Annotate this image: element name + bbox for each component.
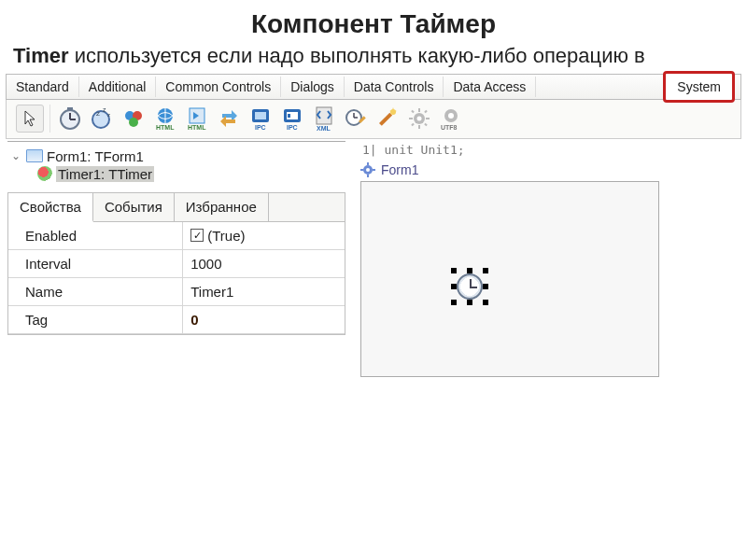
svg-rect-34: [418, 108, 420, 112]
svg-rect-49: [360, 169, 363, 171]
prop-name: Enabled: [8, 222, 183, 249]
utf8-icon[interactable]: UTF8: [437, 105, 465, 133]
palette-tab-system[interactable]: System: [663, 71, 735, 103]
tree-node-timer[interactable]: Timer1: TTimer: [11, 165, 342, 183]
svg-rect-39: [424, 123, 428, 127]
form-caption-text: Form1: [381, 162, 418, 177]
form-designer[interactable]: [360, 181, 659, 377]
timer-component[interactable]: [455, 272, 485, 301]
tree-node-form[interactable]: ⌄ Form1: TForm1: [11, 147, 342, 165]
svg-rect-50: [373, 169, 375, 171]
property-row[interactable]: Name Timer1: [8, 278, 345, 306]
tab-properties[interactable]: Свойства: [8, 193, 93, 222]
resize-handle[interactable]: [483, 268, 488, 273]
property-grid: Enabled (True) Interval 1000 Name Timer1…: [7, 222, 345, 335]
gear-icon[interactable]: [405, 105, 433, 133]
html-icon[interactable]: HTML: [151, 105, 179, 133]
svg-point-10: [129, 118, 138, 127]
ipc-icon[interactable]: IPC: [247, 105, 275, 133]
form-designer-caption: Form1: [355, 159, 747, 181]
resize-handle[interactable]: [451, 300, 457, 305]
svg-rect-41: [411, 123, 415, 127]
component-palette: Standard Additional Common Controls Dial…: [6, 74, 741, 100]
slide-description: Timer используется если надо выполнять к…: [0, 43, 747, 74]
svg-rect-37: [426, 118, 430, 119]
svg-rect-36: [409, 118, 413, 119]
timer-icon[interactable]: [56, 105, 84, 133]
svg-text:IPC: IPC: [287, 124, 298, 131]
prop-name: Name: [8, 278, 183, 305]
clock-icon: [457, 273, 483, 300]
palette-tab-data-access[interactable]: Data Access: [444, 77, 536, 97]
tab-favorites[interactable]: Избранное: [175, 193, 269, 221]
object-inspector-tabs: Свойства События Избранное: [7, 192, 345, 222]
prop-name: Tag: [8, 306, 183, 333]
svg-rect-48: [367, 175, 369, 177]
property-row[interactable]: Interval 1000: [8, 250, 345, 278]
svg-rect-30: [379, 113, 392, 126]
resize-handle[interactable]: [467, 268, 472, 273]
idle-timer-icon[interactable]: zzz: [88, 105, 116, 133]
svg-rect-3: [67, 107, 73, 110]
desc-term: Timer: [13, 44, 69, 67]
svg-text:UTF8: UTF8: [441, 124, 458, 131]
checkbox-icon[interactable]: [190, 229, 204, 242]
desc-rest: используется если надо выполнять какую-л…: [69, 44, 645, 67]
collapse-icon[interactable]: ⌄: [11, 149, 21, 162]
svg-rect-38: [411, 110, 415, 114]
palette-tab-data-controls[interactable]: Data Controls: [345, 77, 444, 97]
resize-handle[interactable]: [451, 268, 457, 273]
component-icon: [37, 166, 52, 181]
svg-text:z: z: [103, 106, 106, 113]
svg-rect-40: [424, 110, 428, 114]
svg-text:z: z: [96, 109, 100, 118]
palette-tab-additional[interactable]: Additional: [79, 77, 157, 97]
form-icon: [26, 149, 43, 162]
resize-handle[interactable]: [467, 300, 472, 305]
palette-tab-dialogs[interactable]: Dialogs: [281, 77, 345, 97]
svg-text:XML: XML: [317, 125, 331, 132]
svg-point-43: [448, 113, 454, 119]
property-row[interactable]: Tag 0: [8, 306, 345, 334]
svg-rect-18: [255, 112, 266, 119]
separator: [49, 105, 50, 133]
component-toolbar: zzz HTML HTML IPC IPC XML UTF8: [6, 100, 741, 139]
slide-title: Компонент Таймер: [0, 9, 747, 39]
prop-value[interactable]: (True): [183, 222, 345, 249]
prop-name: Interval: [8, 250, 183, 277]
component-tree: ⌄ Form1: TForm1 Timer1: TTimer: [7, 141, 345, 192]
wand-icon[interactable]: [374, 105, 402, 133]
resize-handle[interactable]: [451, 284, 457, 289]
form-gear-icon: [360, 162, 375, 177]
convert-icon[interactable]: [215, 105, 243, 133]
prop-value[interactable]: 1000: [183, 250, 345, 277]
htmlalt-icon[interactable]: HTML: [183, 105, 211, 133]
cursor-icon[interactable]: [16, 105, 44, 133]
svg-text:IPC: IPC: [255, 124, 266, 131]
tab-events[interactable]: События: [93, 193, 175, 221]
prop-value[interactable]: Timer1: [183, 278, 345, 305]
svg-point-33: [417, 117, 422, 121]
resize-handle[interactable]: [483, 300, 488, 305]
tree-label: Form1: TForm1: [47, 148, 144, 164]
svg-rect-35: [418, 125, 420, 129]
svg-text:HTML: HTML: [188, 124, 206, 131]
svg-text:HTML: HTML: [156, 124, 175, 131]
svg-rect-47: [367, 162, 369, 165]
ipc-alt-icon[interactable]: IPC: [278, 105, 306, 133]
code-editor-snippet: 1| unit Unit1;: [355, 141, 747, 159]
property-row[interactable]: Enabled (True): [8, 222, 345, 250]
prop-value[interactable]: 0: [183, 306, 345, 333]
tree-label: Timer1: TTimer: [56, 166, 154, 182]
svg-rect-22: [288, 114, 290, 118]
pipe-icon[interactable]: [120, 105, 148, 133]
svg-text:z: z: [107, 112, 110, 118]
palette-tab-common-controls[interactable]: Common Controls: [156, 77, 281, 97]
svg-point-46: [366, 168, 370, 172]
palette-tab-standard[interactable]: Standard: [7, 77, 79, 97]
resize-handle[interactable]: [483, 284, 488, 289]
xml-icon[interactable]: XML: [310, 105, 338, 133]
clock-edit-icon[interactable]: [342, 105, 370, 133]
